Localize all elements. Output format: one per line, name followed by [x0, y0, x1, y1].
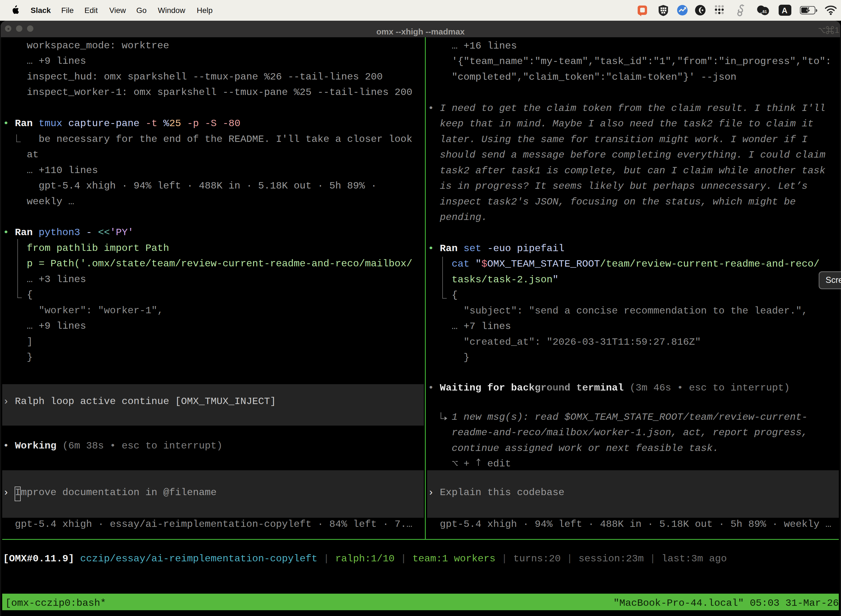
svg-text:..61: ..61 [760, 9, 767, 14]
